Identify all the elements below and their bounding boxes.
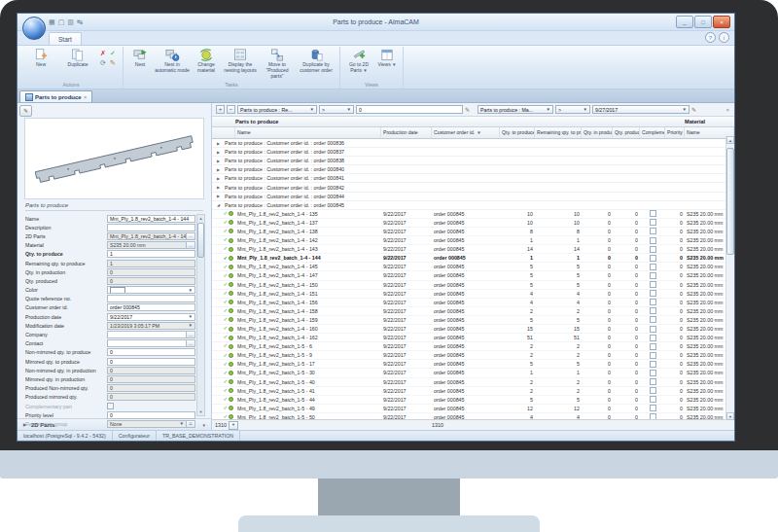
group-row[interactable]: ▶Parts to produce : Customer order id. :… bbox=[212, 148, 726, 157]
table-row[interactable]: ✓Mnt_Ply_1.8_rev2_batch_1-5 - 69/22/2017… bbox=[212, 342, 726, 351]
complementary-checkbox[interactable] bbox=[650, 316, 656, 323]
field-input[interactable] bbox=[107, 331, 187, 338]
filter-value-1-input[interactable]: 0 bbox=[356, 105, 463, 114]
nest-button[interactable]: Nest bbox=[126, 47, 154, 68]
complementary-checkbox[interactable] bbox=[650, 361, 656, 368]
table-row[interactable]: ✓Mnt_Ply_1.8_rev2_batch_1-4 - 1479/22/20… bbox=[212, 271, 726, 280]
table-row[interactable]: ✓Mnt_Ply_1.8_rev2_batch_1-4 - 1629/22/20… bbox=[212, 334, 726, 342]
edit-filter-1-icon[interactable]: ✎ bbox=[465, 106, 470, 113]
complementary-checkbox[interactable] bbox=[650, 246, 656, 253]
field-input[interactable]: 0 bbox=[107, 375, 195, 383]
application-orb-button[interactable] bbox=[22, 17, 46, 40]
group-row[interactable]: ▶Parts to produce : Customer order id. :… bbox=[212, 174, 726, 183]
complementary-checkbox[interactable] bbox=[650, 299, 656, 305]
table-row[interactable]: ✓Mnt_Ply_1.8_rev2_batch_1-5 - 179/22/201… bbox=[212, 360, 726, 369]
field-input[interactable]: 0 bbox=[107, 348, 195, 356]
field-browse-button[interactable]: … bbox=[187, 232, 195, 240]
group-row[interactable]: ◢Parts to produce : Customer order id. :… bbox=[212, 201, 726, 210]
field-input[interactable]: 0 bbox=[107, 393, 195, 401]
complementary-checkbox[interactable] bbox=[650, 326, 656, 333]
table-row[interactable]: ✓Mnt_Ply_1.8_rev2_batch_1-5 - 99/22/2017… bbox=[212, 351, 726, 360]
go-to-2d-parts-button[interactable]: Go to 2D Parts ▼ bbox=[343, 47, 374, 74]
chevron-down-icon[interactable]: ▼ bbox=[189, 314, 193, 319]
validate-icon[interactable]: ✓ bbox=[108, 49, 118, 58]
field-input[interactable]: None▼ bbox=[107, 420, 187, 428]
complementary-checkbox[interactable] bbox=[650, 281, 656, 288]
table-scrollbar[interactable]: ▲ ▼ bbox=[725, 136, 734, 420]
complementary-checkbox[interactable] bbox=[650, 370, 656, 376]
display-nesting-layouts-button[interactable]: Display the nesting layouts bbox=[222, 47, 259, 74]
table-row[interactable]: ✓Mnt_Ply_1.8_rev2_batch_1-4 - 1389/22/20… bbox=[212, 228, 726, 236]
tab-parts-to-produce[interactable]: Parts to produce × bbox=[19, 90, 92, 102]
column-header[interactable]: Priority le... bbox=[665, 127, 685, 138]
delete-icon[interactable]: ✗ bbox=[98, 49, 108, 58]
table-row[interactable]: ✓Mnt_Ply_1.8_rev2_batch_1-5 - 409/22/201… bbox=[212, 378, 726, 387]
duplicate-by-customer-order-button[interactable]: Duplicate by customer order bbox=[296, 47, 336, 74]
scroll-up-icon[interactable]: ▲ bbox=[726, 136, 734, 144]
field-input[interactable]: 0 bbox=[107, 411, 195, 419]
table-row[interactable]: ✓Mnt_Ply_1.8_rev2_batch_1-5 - 509/22/201… bbox=[212, 413, 726, 419]
column-header[interactable]: Qty. to produce bbox=[500, 127, 535, 138]
field-input[interactable]: 0 bbox=[107, 358, 195, 366]
panel-scroll-thumb[interactable] bbox=[197, 223, 204, 258]
column-header[interactable]: Qty. in production bbox=[582, 127, 613, 138]
table-row[interactable]: ✓Mnt_Ply_1.8_rev2_batch_1-4 - 1429/22/20… bbox=[212, 236, 726, 245]
table-row[interactable]: ✓Mnt_Ply_1.8_rev2_batch_1-5 - 449/22/201… bbox=[212, 396, 726, 405]
expand-group-icon[interactable]: ▶ bbox=[217, 176, 222, 181]
panel-scrollbar[interactable]: ▲ ▼ bbox=[196, 214, 205, 416]
edit-filter-2-icon[interactable]: ✎ bbox=[691, 106, 696, 113]
expand-group-icon[interactable]: ▶ bbox=[217, 185, 222, 190]
filter-value-2-date[interactable]: 9/27/2017▼ bbox=[592, 105, 690, 114]
edit-icon[interactable]: ✎ bbox=[108, 58, 118, 68]
nest-automatic-button[interactable]: Nest in automatic mode bbox=[154, 47, 191, 74]
minimize-button[interactable]: _ bbox=[676, 16, 693, 28]
table-row[interactable]: ✓Mnt_Ply_1.8_rev2_batch_1-5 - 419/22/201… bbox=[212, 387, 726, 396]
chevron-down-icon[interactable]: ▼ bbox=[189, 288, 193, 293]
table-scroll-thumb[interactable] bbox=[726, 148, 734, 255]
field-input[interactable]: ▼ bbox=[107, 286, 195, 294]
complementary-checkbox[interactable] bbox=[650, 405, 656, 411]
help-icon[interactable]: ? bbox=[705, 32, 716, 43]
field-input[interactable]: order 000845 bbox=[107, 303, 195, 311]
column-header[interactable]: Name bbox=[235, 127, 381, 138]
edit-part-button[interactable]: ✎ bbox=[19, 105, 32, 117]
complementary-checkbox[interactable] bbox=[650, 335, 656, 341]
complementary-checkbox[interactable] bbox=[650, 210, 656, 217]
field-input[interactable]: 1/23/2019 3:05:17 PM▼ bbox=[107, 322, 195, 330]
group-row[interactable]: ▶Parts to produce : Customer order id. :… bbox=[212, 165, 726, 174]
column-header[interactable]: Remaining qty. to produce bbox=[535, 127, 582, 138]
chevron-down-icon[interactable]: ▼ bbox=[189, 323, 193, 328]
field-input[interactable]: 1 bbox=[107, 250, 195, 258]
filter-operator-1-select[interactable]: >▼ bbox=[319, 105, 354, 114]
complementary-checkbox[interactable] bbox=[650, 307, 656, 314]
complementary-checkbox[interactable] bbox=[650, 387, 656, 394]
table-row[interactable]: ✓Mnt_Ply_1.8_rev2_batch_1-4 - 1379/22/20… bbox=[212, 219, 726, 228]
field-input[interactable]: 0 bbox=[107, 277, 195, 285]
complementary-checkbox[interactable] bbox=[650, 396, 656, 403]
field-input[interactable]: 0 bbox=[107, 268, 195, 276]
table-row[interactable]: ✓Mnt_Ply_1.8_rev2_batch_1-5 - 499/22/201… bbox=[212, 405, 726, 413]
refresh-icon[interactable]: ⟳ bbox=[98, 58, 108, 68]
table-row[interactable]: ✓Mnt_Ply_1.8_rev2_batch_1-4 - 1609/22/20… bbox=[212, 325, 726, 334]
table-row[interactable]: ✓Mnt_Ply_1.8_rev2_batch_1-4 - 1439/22/20… bbox=[212, 245, 726, 254]
duplicate-button[interactable]: Duplicate bbox=[59, 47, 96, 68]
complementary-checkbox[interactable] bbox=[650, 378, 656, 385]
column-header[interactable]: Customer order id. ▼ bbox=[432, 127, 500, 138]
collapse-indicator-icon[interactable]: ▾ bbox=[202, 422, 205, 428]
filter-icon[interactable]: ▼ bbox=[477, 127, 480, 138]
field-input[interactable]: 9/22/2017▼ bbox=[107, 313, 195, 321]
scroll-up-icon[interactable]: ▲ bbox=[197, 215, 204, 222]
table-row[interactable]: ✓Mnt_Ply_1.8_rev2_batch_1-5 - 309/22/201… bbox=[212, 369, 726, 377]
group-row[interactable]: ▶Parts to produce : Customer order id. :… bbox=[212, 139, 726, 148]
field-input[interactable]: 1 bbox=[107, 260, 195, 267]
table-row[interactable]: ✓Mnt_Ply_1.8_rev2_batch_1-4 - 1359/22/20… bbox=[212, 210, 726, 219]
column-header[interactable]: Complementary part bbox=[640, 127, 665, 138]
expand-group-icon[interactable]: ▶ bbox=[217, 141, 222, 146]
maximize-button[interactable]: □ bbox=[694, 16, 712, 28]
complementary-checkbox[interactable] bbox=[650, 343, 656, 350]
table-row[interactable]: ✓Mnt_Ply_1.8_rev2_batch_1-4 - 1449/22/20… bbox=[212, 254, 726, 263]
field-input[interactable]: Mnt_Ply_1.8_rev2_batch_1-4 - 144 bbox=[107, 215, 195, 223]
group-row[interactable]: ▶Parts to produce : Customer order id. :… bbox=[212, 193, 726, 201]
expand-group-icon[interactable]: ▶ bbox=[217, 194, 222, 198]
complementary-checkbox[interactable] bbox=[650, 352, 656, 359]
